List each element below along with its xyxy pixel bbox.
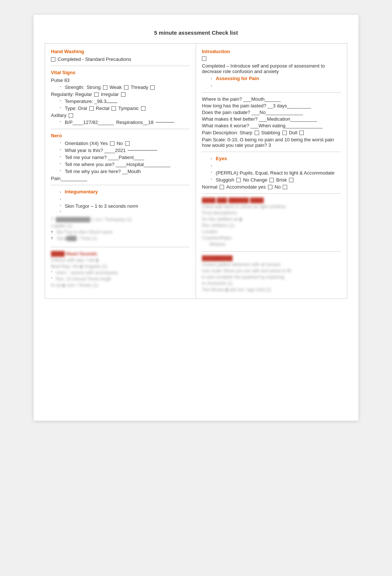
bullet-eyes1: ° bbox=[211, 158, 212, 162]
accommodate-yes-checkbox[interactable] bbox=[268, 185, 272, 189]
normal-checkbox[interactable] bbox=[220, 185, 224, 189]
divider-blurred-left bbox=[51, 247, 190, 247]
bp-row: ° B/P____127/82______ Respirations__18 bbox=[60, 120, 190, 125]
radiate-label: Does the pain radiate? ___No____________… bbox=[202, 110, 341, 115]
hand-washing-checkbox[interactable] bbox=[51, 57, 55, 62]
eyes-bullet-1: ° Eyes bbox=[211, 156, 341, 163]
blurred-left-section-2: ████ Heart Sounds Chesco with aep / role… bbox=[51, 251, 190, 288]
assessing-pain-label: Assessing for Pain bbox=[216, 76, 259, 81]
where-pain-label: Where is the pain? ___Mouth______ bbox=[202, 96, 341, 102]
blurred-heart-text-3: extra – assess with acomopany bbox=[56, 270, 118, 275]
blurred-right-text-2: Final descriptions. bbox=[202, 210, 238, 215]
brisk-label: Brisk bbox=[276, 177, 287, 183]
orientation-no-label: No bbox=[117, 141, 123, 146]
pulse-row: Pulse 83 bbox=[51, 77, 190, 83]
blurred-right-text-6: Crackles/Rales bbox=[202, 235, 232, 241]
bullet-integ: ° bbox=[60, 191, 61, 195]
orientation-no-checkbox[interactable] bbox=[125, 141, 130, 146]
regular-checkbox[interactable] bbox=[94, 92, 99, 97]
orientation-label: Orientation (X4) Yes bbox=[65, 141, 108, 146]
bullet-type: ° bbox=[60, 107, 61, 110]
integumentary-row: ° Integumentary bbox=[60, 189, 190, 197]
blurred-right-abdomen-2: Use scale: Move you are with and areas t… bbox=[202, 268, 341, 273]
how-long-label: How long has the pain lasted? __3 days__… bbox=[202, 103, 341, 108]
irregular-label: Irregular bbox=[101, 92, 118, 97]
bullet-sluggish: ° bbox=[211, 178, 212, 182]
axillary-label: Axillary bbox=[51, 113, 66, 118]
blurred-text-5: Sat ▮███ / Treat (1) bbox=[57, 236, 97, 241]
blurred-right-text-1: Chest wall starts to vilone as right unf… bbox=[202, 204, 286, 209]
divider-right-1 bbox=[202, 92, 341, 93]
rectal-checkbox[interactable] bbox=[111, 106, 116, 111]
perrla-label: (PERRLA) Pupils, Equal, React to light &… bbox=[216, 170, 335, 176]
thready-checkbox[interactable] bbox=[150, 85, 155, 90]
perrla-row: ° (PERRLA) Pupils, Equal, React to light… bbox=[211, 170, 341, 176]
blurred-text-1: T bbox=[51, 217, 54, 222]
what-year-row: ° What year is this? ____2021 bbox=[60, 148, 190, 153]
tympanic-label: Tympanic bbox=[118, 106, 139, 111]
brisk-checkbox[interactable] bbox=[289, 178, 293, 182]
rectal-label: Rectal bbox=[96, 106, 110, 111]
bullet-where: ° bbox=[60, 163, 61, 166]
blurred-right-abdomen-3: in and complete the quadrant by explorin… bbox=[202, 275, 341, 280]
strong-checkbox[interactable] bbox=[103, 85, 107, 90]
blurred-right-orange2: █████████ bbox=[202, 255, 341, 261]
vital-signs-title: Vital Signs bbox=[51, 70, 190, 75]
bullet-intro2-dot: ° bbox=[211, 85, 212, 89]
accommodate-no-label: No bbox=[275, 184, 281, 190]
blurred-text-3: Loppler (1) bbox=[51, 223, 72, 228]
no-change-label: No Change bbox=[243, 177, 267, 183]
pulse-label: Pulse 83 bbox=[51, 77, 70, 83]
temp-label: Temperature: _98.3 bbox=[65, 99, 118, 104]
hand-washing-label: Completed - Standard Precautions bbox=[58, 56, 131, 62]
year-field bbox=[128, 150, 157, 151]
strong-label: Strong bbox=[86, 84, 100, 90]
eyes-title: Eyes bbox=[216, 156, 227, 161]
orientation-yes-checkbox[interactable] bbox=[110, 141, 114, 146]
blurred-heart-5: In syl ▮ com / Tomas (1) bbox=[51, 283, 190, 288]
irregular-checkbox[interactable] bbox=[121, 92, 125, 97]
bullet-temp: ° bbox=[60, 100, 61, 103]
pain-label: Pain__________ bbox=[51, 176, 87, 181]
no-change-checkbox[interactable] bbox=[269, 178, 274, 182]
blurred-heart-text-4: Nos. 10 Annual Tones Angle bbox=[56, 276, 111, 282]
tell-why-row: ° Tell me why you are here? __Mouth bbox=[60, 169, 190, 174]
dull-checkbox[interactable] bbox=[299, 131, 304, 135]
bullet-integ3: ° bbox=[60, 210, 190, 214]
type-row: ° Type: Oral Rectal Tympanic bbox=[60, 106, 190, 111]
stabbing-checkbox[interactable] bbox=[282, 131, 287, 135]
bullet-perrla: ° bbox=[211, 171, 212, 175]
bullet-integ2-dot: ° bbox=[60, 198, 61, 202]
thready-label: Thready bbox=[131, 84, 148, 90]
skin-turgor-row: ° Skin Turgor – 1 to 3 seconds norm bbox=[60, 203, 190, 209]
blurred-right-text-4: Res clobbers (1) bbox=[202, 223, 234, 228]
right-column: Introduction Completed – Introduce self … bbox=[196, 44, 347, 299]
bullet-heart: ° bbox=[51, 271, 52, 275]
sluggish-checkbox[interactable] bbox=[236, 178, 241, 182]
divider-right-4 bbox=[202, 251, 341, 252]
blurred-heart-text-2: Beat Reg: Yes ▮ Irregular (1) bbox=[51, 264, 107, 269]
blurred-heart-text-1: Chesco with aep / role ▮ bbox=[51, 258, 99, 263]
resp-label: Respirations__18 bbox=[116, 120, 154, 125]
tympanic-checkbox[interactable] bbox=[141, 106, 145, 111]
skin-turgor-label: Skin Turgor – 1 to 3 seconds norm bbox=[65, 203, 138, 209]
sharp-checkbox[interactable] bbox=[255, 131, 259, 135]
blurred-left-section-1: T ███████████ 1 1m / Tcompany (1) Lopple… bbox=[51, 217, 190, 241]
axillary-checkbox[interactable] bbox=[69, 113, 73, 118]
tell-name-row: ° Tell me your name? ____Patient____ bbox=[60, 155, 190, 160]
oral-checkbox[interactable] bbox=[89, 106, 94, 111]
sluggish-row: ° Sluggish No Change Brisk bbox=[211, 177, 341, 183]
pain-questions-section: Where is the pain? ___Mouth______ How lo… bbox=[202, 96, 341, 148]
bullet-eyes2: ° bbox=[211, 165, 212, 169]
bullet-integ3-dot: ° bbox=[60, 210, 61, 214]
blurred-right-line-3: Do this addition as ▮ bbox=[202, 217, 341, 222]
blurred-right-abdomen-4: in clockwork (1) bbox=[202, 281, 341, 286]
eyes-bullet-2: ° bbox=[211, 165, 341, 169]
weak-checkbox[interactable] bbox=[124, 85, 128, 90]
bullet-blurred2: T bbox=[51, 237, 53, 240]
intro-checkbox[interactable] bbox=[202, 56, 206, 61]
regularity-row: Regularity: Regular Irregular bbox=[51, 92, 190, 97]
page-container: 5 minute assessment Check list Hand Wash… bbox=[34, 15, 358, 421]
accommodate-no-checkbox[interactable] bbox=[283, 185, 287, 189]
better-label: What makes it feel better? ___Medication… bbox=[202, 116, 341, 122]
